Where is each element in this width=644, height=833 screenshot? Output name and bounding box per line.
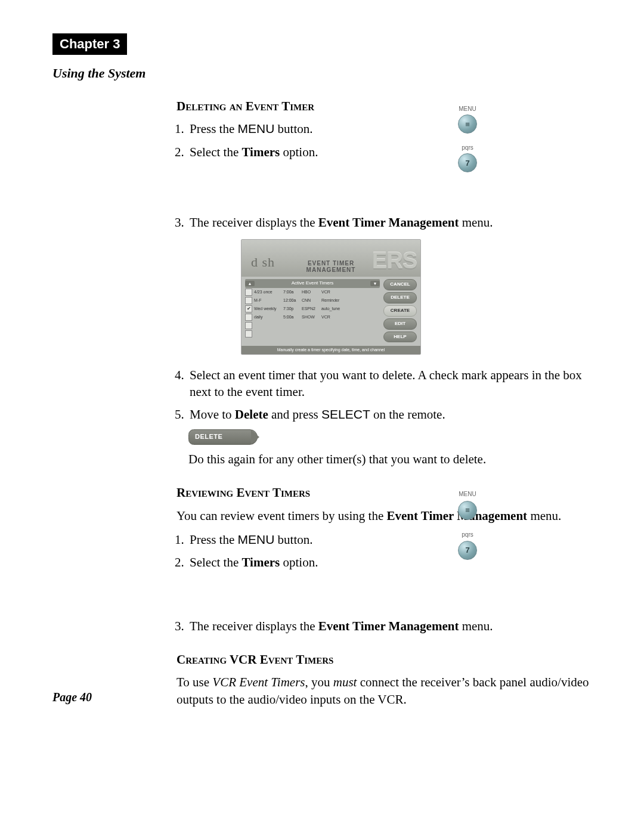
screenshot-body: ▲ Active Event Timers ▼ 4/23 once 7:00a …: [242, 277, 420, 346]
row-checkbox[interactable]: [245, 330, 252, 337]
chapter-tab: Chapter 3: [52, 33, 127, 55]
deleting-steps-cont: Select an event timer that you want to d…: [187, 367, 592, 423]
table-header: ▲ Active Event Timers ▼: [245, 279, 380, 288]
scroll-up-icon[interactable]: ▲: [245, 281, 255, 286]
step-5: Move to Delete and press SELECT on the r…: [187, 406, 592, 423]
section-heading-reviewing: Reviewing Event Timers: [177, 484, 592, 501]
screenshot-banner: d sh ERS EVENT TIMER MANAGEMENT: [242, 240, 420, 277]
table-row[interactable]: M-F 12:00a CNN Reminder: [245, 296, 380, 305]
table-row[interactable]: daily 5:00a SHOW VCR: [245, 313, 380, 321]
pqrs-label: pqrs: [462, 144, 473, 151]
step-2: Select the Timers option.: [187, 554, 592, 571]
screenshot-button-column: CANCEL DELETE CREATE EDIT HELP: [383, 279, 417, 342]
scroll-down-icon[interactable]: ▼: [370, 281, 380, 286]
row-checkbox[interactable]: [245, 322, 252, 329]
remote-icons-group: MENU ≡ pqrs 7: [458, 490, 477, 560]
screenshot-footer: Manually create a timer specifying date,…: [242, 346, 420, 354]
row-checkbox[interactable]: [245, 314, 252, 321]
delete-pill-graphic: DELETE: [188, 429, 258, 445]
step-3: The receiver displays the Event Timer Ma…: [187, 618, 592, 634]
remote-icons-group: MENU ≡ pqrs 7: [458, 106, 477, 172]
step-4: Select an event timer that you want to d…: [187, 367, 592, 401]
edit-button[interactable]: EDIT: [383, 318, 417, 330]
row-checkbox[interactable]: [245, 289, 252, 296]
table-row[interactable]: [245, 330, 380, 338]
page-number: Page 40: [52, 690, 92, 704]
reviewing-steps: Press the MENU button. Select the Timers…: [187, 531, 592, 634]
section-heading-vcr: Creating VCR Event Timers: [177, 651, 592, 668]
active-timers-table: ▲ Active Event Timers ▼ 4/23 once 7:00a …: [245, 279, 380, 342]
vcr-paragraph: To use VCR Event Timers, you must connec…: [177, 674, 592, 708]
table-row[interactable]: 4/23 once 7:00a HBO VCR: [245, 288, 380, 296]
menu-button-icon: ≡: [458, 114, 477, 134]
help-button[interactable]: HELP: [383, 332, 417, 343]
delete-button[interactable]: DELETE: [383, 292, 417, 304]
manual-page: Chapter 3 Using the System MENU ≡ pqrs 7…: [0, 0, 644, 833]
menu-label: MENU: [459, 106, 476, 112]
step-1: Press the MENU button.: [187, 531, 592, 548]
event-timer-screenshot: d sh ERS EVENT TIMER MANAGEMENT ▲ Active…: [241, 239, 421, 354]
seven-button-icon: 7: [458, 541, 477, 560]
section-heading-deleting: Deleting an Event Timer: [177, 98, 592, 114]
step-2: Select the Timers option.: [187, 144, 592, 160]
table-row[interactable]: [245, 321, 380, 330]
step-3: The receiver displays the Event Timer Ma…: [187, 214, 592, 231]
content-column: Deleting an Event Timer Press the MENU b…: [177, 98, 592, 708]
row-checkbox[interactable]: [245, 297, 252, 304]
menu-button-icon: ≡: [458, 501, 477, 520]
table-row[interactable]: ✔ Wed weekly 7:30p ESPN2 auto_tune: [245, 305, 380, 313]
cancel-button[interactable]: CANCEL: [383, 279, 417, 290]
followup-text: Do this again for any other timer(s) tha…: [188, 451, 592, 467]
row-checkbox[interactable]: ✔: [245, 305, 252, 312]
screenshot-title: EVENT TIMER MANAGEMENT: [242, 260, 420, 273]
pqrs-label: pqrs: [462, 531, 473, 539]
step-1: Press the MENU button.: [187, 120, 592, 137]
reviewing-intro: You can review event timers by using the…: [177, 507, 592, 524]
page-subtitle: Using the System: [52, 66, 592, 81]
seven-button-icon: 7: [458, 153, 477, 172]
menu-label: MENU: [459, 490, 476, 498]
deleting-steps: Press the MENU button. Select the Timers…: [187, 120, 592, 231]
create-button[interactable]: CREATE: [383, 305, 417, 317]
